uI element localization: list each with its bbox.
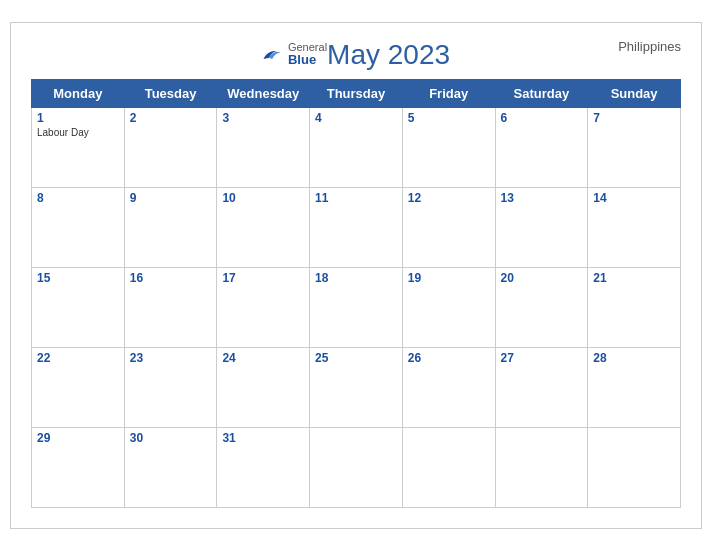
country-label: Philippines (618, 39, 681, 54)
calendar-day-cell: 11 (310, 187, 403, 267)
col-thursday: Thursday (310, 79, 403, 107)
day-number: 20 (501, 271, 583, 285)
calendar-day-cell: 2 (124, 107, 217, 187)
calendar-day-cell: 10 (217, 187, 310, 267)
calendar-thead: Monday Tuesday Wednesday Thursday Friday… (32, 79, 681, 107)
day-number: 13 (501, 191, 583, 205)
calendar-week-row: 891011121314 (32, 187, 681, 267)
calendar-body: 1Labour Day23456789101112131415161718192… (32, 107, 681, 507)
day-number: 30 (130, 431, 212, 445)
calendar-day-cell (588, 427, 681, 507)
calendar-day-cell: 23 (124, 347, 217, 427)
logo-text: General Blue (288, 41, 327, 67)
day-number: 19 (408, 271, 490, 285)
calendar-week-row: 293031 (32, 427, 681, 507)
col-wednesday: Wednesday (217, 79, 310, 107)
day-number: 3 (222, 111, 304, 125)
calendar-day-cell: 27 (495, 347, 588, 427)
day-number: 1 (37, 111, 119, 125)
calendar-day-cell: 21 (588, 267, 681, 347)
calendar-day-cell: 8 (32, 187, 125, 267)
day-number: 9 (130, 191, 212, 205)
day-number: 12 (408, 191, 490, 205)
day-number: 26 (408, 351, 490, 365)
day-number: 17 (222, 271, 304, 285)
day-number: 14 (593, 191, 675, 205)
calendar-week-row: 1Labour Day234567 (32, 107, 681, 187)
day-number: 2 (130, 111, 212, 125)
calendar-day-cell: 15 (32, 267, 125, 347)
calendar-table: Monday Tuesday Wednesday Thursday Friday… (31, 79, 681, 508)
calendar-day-cell: 13 (495, 187, 588, 267)
col-tuesday: Tuesday (124, 79, 217, 107)
day-number: 8 (37, 191, 119, 205)
calendar-header-row: Monday Tuesday Wednesday Thursday Friday… (32, 79, 681, 107)
calendar-day-cell: 12 (402, 187, 495, 267)
calendar-day-cell: 9 (124, 187, 217, 267)
col-saturday: Saturday (495, 79, 588, 107)
calendar-week-row: 15161718192021 (32, 267, 681, 347)
day-number: 29 (37, 431, 119, 445)
calendar-day-cell: 24 (217, 347, 310, 427)
day-number: 25 (315, 351, 397, 365)
day-number: 6 (501, 111, 583, 125)
col-sunday: Sunday (588, 79, 681, 107)
calendar-container: General Blue May 2023 Philippines Monday… (10, 22, 702, 529)
day-number: 23 (130, 351, 212, 365)
col-monday: Monday (32, 79, 125, 107)
day-number: 15 (37, 271, 119, 285)
calendar-day-cell: 6 (495, 107, 588, 187)
calendar-day-cell: 22 (32, 347, 125, 427)
calendar-week-row: 22232425262728 (32, 347, 681, 427)
day-number: 18 (315, 271, 397, 285)
calendar-day-cell: 26 (402, 347, 495, 427)
day-number: 24 (222, 351, 304, 365)
calendar-day-cell: 29 (32, 427, 125, 507)
calendar-day-cell: 18 (310, 267, 403, 347)
day-number: 7 (593, 111, 675, 125)
calendar-day-cell: 28 (588, 347, 681, 427)
day-number: 22 (37, 351, 119, 365)
holiday-label: Labour Day (37, 127, 119, 138)
day-number: 28 (593, 351, 675, 365)
calendar-day-cell: 16 (124, 267, 217, 347)
calendar-header: General Blue May 2023 Philippines (31, 39, 681, 71)
calendar-day-cell: 30 (124, 427, 217, 507)
calendar-day-cell (402, 427, 495, 507)
calendar-day-cell: 17 (217, 267, 310, 347)
day-number: 16 (130, 271, 212, 285)
calendar-day-cell (495, 427, 588, 507)
logo-blue-text: Blue (288, 53, 327, 67)
calendar-day-cell: 31 (217, 427, 310, 507)
calendar-day-cell: 25 (310, 347, 403, 427)
day-number: 31 (222, 431, 304, 445)
col-friday: Friday (402, 79, 495, 107)
logo: General Blue (262, 41, 327, 67)
day-number: 10 (222, 191, 304, 205)
day-number: 11 (315, 191, 397, 205)
day-number: 5 (408, 111, 490, 125)
calendar-day-cell: 3 (217, 107, 310, 187)
calendar-day-cell: 14 (588, 187, 681, 267)
logo-bird-icon (262, 46, 284, 62)
day-number: 4 (315, 111, 397, 125)
calendar-title: May 2023 (327, 39, 450, 71)
day-number: 21 (593, 271, 675, 285)
calendar-day-cell: 20 (495, 267, 588, 347)
calendar-day-cell: 19 (402, 267, 495, 347)
calendar-day-cell: 7 (588, 107, 681, 187)
day-number: 27 (501, 351, 583, 365)
calendar-day-cell: 4 (310, 107, 403, 187)
calendar-day-cell: 1Labour Day (32, 107, 125, 187)
calendar-day-cell: 5 (402, 107, 495, 187)
calendar-day-cell (310, 427, 403, 507)
